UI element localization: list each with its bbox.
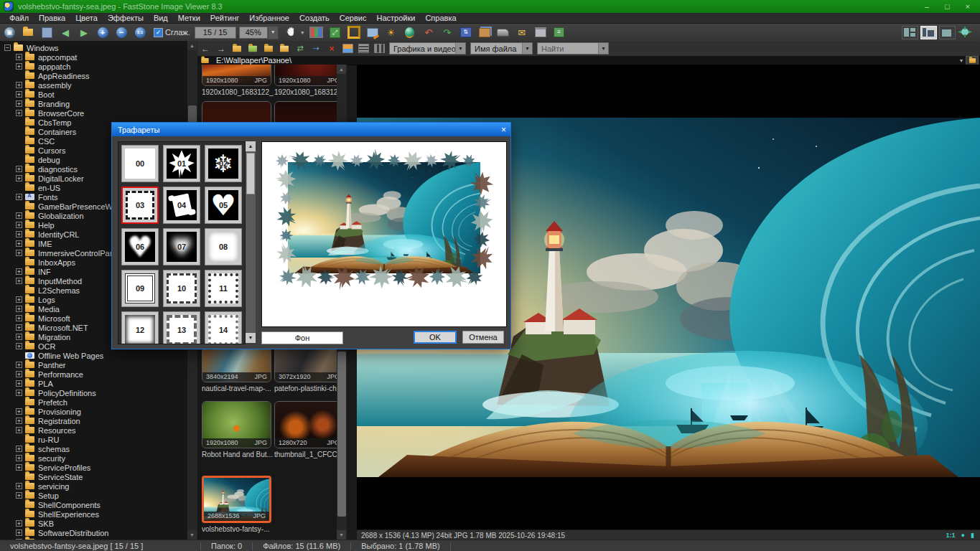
view-list-icon[interactable] bbox=[356, 43, 370, 55]
expand-icon[interactable]: + bbox=[16, 464, 22, 471]
forward-icon[interactable]: → bbox=[214, 43, 228, 55]
dialog-close-icon[interactable]: × bbox=[501, 125, 506, 135]
expand-icon[interactable]: + bbox=[16, 296, 22, 303]
tree-item-windows[interactable]: −Windows bbox=[4, 43, 186, 52]
print-icon[interactable] bbox=[533, 26, 549, 39]
tree-item-resources[interactable]: +Resources bbox=[4, 425, 186, 435]
hand-dropdown-arrow[interactable]: ▼ bbox=[300, 30, 305, 35]
color-dot-icon[interactable]: ● bbox=[961, 532, 965, 539]
expand-icon[interactable]: + bbox=[16, 334, 22, 340]
stencil-scrollbar[interactable]: ▲ ▼ bbox=[246, 141, 256, 343]
thumbs-scroll-thumb[interactable] bbox=[337, 352, 346, 517]
resize-icon[interactable]: ⤢ bbox=[327, 26, 343, 39]
expand-icon[interactable]: + bbox=[16, 390, 22, 396]
close-button[interactable]: × bbox=[966, 2, 970, 11]
brightness-icon[interactable]: ☀ bbox=[383, 26, 399, 39]
stencil-tile-03[interactable]: 03 bbox=[121, 187, 159, 224]
zoom-in-icon[interactable]: + bbox=[95, 26, 111, 39]
compare-icon[interactable]: ⇅ bbox=[458, 26, 474, 39]
thumbnail-thumbnail-1-cfcc4-[interactable]: 1280x720JPG bbox=[274, 401, 344, 448]
next-image-icon[interactable]: ▶ bbox=[76, 26, 92, 39]
stencil-tile-11[interactable]: 11 bbox=[205, 270, 242, 307]
menu-item-настройки[interactable]: Настройки bbox=[371, 14, 420, 22]
menu-item-правка[interactable]: Правка bbox=[34, 14, 70, 22]
menu-item-эффекты[interactable]: Эффекты bbox=[103, 14, 149, 22]
stencil-tile-14[interactable]: 14 bbox=[205, 311, 242, 344]
expand-icon[interactable]: + bbox=[16, 54, 22, 60]
stencil-tile-06[interactable]: ♥06 bbox=[121, 228, 159, 265]
view-thumbnails-icon[interactable] bbox=[340, 43, 355, 55]
tree-item-shellexperiences[interactable]: ShellExperiences bbox=[4, 509, 186, 519]
expand-icon[interactable]: + bbox=[16, 63, 22, 70]
tree-item-schemas[interactable]: +schemas bbox=[4, 444, 186, 453]
copy-to-icon[interactable]: ⇄ bbox=[293, 43, 307, 55]
thumbs-scroll-down-icon[interactable]: ▼ bbox=[337, 530, 346, 540]
rotate-right-icon[interactable]: ↷ bbox=[439, 26, 455, 39]
browse-folder-button[interactable] bbox=[966, 56, 979, 65]
tree-scroll-up-icon[interactable]: ▲ bbox=[187, 41, 197, 50]
maximize-button[interactable]: □ bbox=[945, 2, 950, 11]
background-button[interactable]: Фон bbox=[261, 331, 343, 344]
colors-icon[interactable] bbox=[402, 26, 418, 39]
tree-item-servicestate[interactable]: ServiceState bbox=[4, 472, 186, 481]
menu-item-файл[interactable]: Файл bbox=[4, 14, 34, 22]
tree-item-browsercore[interactable]: +BrowserCore bbox=[4, 108, 186, 118]
scan-icon[interactable] bbox=[495, 26, 511, 39]
tree-item-registration[interactable]: +Registration bbox=[4, 416, 186, 425]
zoom-out-icon[interactable]: − bbox=[113, 26, 129, 39]
combo-arrow-icon[interactable]: ▼ bbox=[522, 43, 532, 54]
expand-icon[interactable]: + bbox=[16, 250, 22, 256]
tree-item-assembly[interactable]: +assembly bbox=[4, 80, 186, 90]
expand-icon[interactable]: + bbox=[16, 306, 22, 312]
expand-icon[interactable]: + bbox=[16, 446, 22, 452]
smoothing-checkbox[interactable]: ✓ Сглаж. bbox=[154, 26, 190, 39]
tree-item-ru-ru[interactable]: ru-RU bbox=[4, 435, 186, 444]
combo-arrow-icon[interactable]: ▼ bbox=[455, 43, 465, 54]
stencil-tile-00[interactable]: 00 bbox=[121, 145, 159, 182]
layout-browser-icon[interactable] bbox=[902, 26, 918, 39]
thumbnail-1920x1080-1683124-[interactable]: 1920x1080JPG bbox=[274, 65, 344, 86]
crop-icon[interactable] bbox=[346, 26, 362, 39]
menu-item-вид[interactable]: Вид bbox=[149, 14, 173, 22]
expand-icon[interactable]: + bbox=[16, 492, 22, 499]
delete-icon[interactable]: × bbox=[325, 43, 339, 55]
window-mode-icon[interactable]: ▮ bbox=[971, 532, 974, 539]
expand-icon[interactable]: + bbox=[16, 240, 22, 247]
menu-item-цвета[interactable]: Цвета bbox=[70, 14, 103, 22]
search-combo[interactable]: Найти▼ bbox=[537, 42, 609, 55]
minimize-button[interactable]: – bbox=[925, 2, 929, 11]
stencil-tile-04[interactable]: 04 bbox=[163, 187, 200, 224]
menu-item-избранное[interactable]: Избранное bbox=[244, 14, 294, 22]
tree-item-apppatch[interactable]: +apppatch bbox=[4, 62, 186, 71]
fullscreen-icon[interactable] bbox=[958, 26, 973, 38]
back-icon[interactable]: ← bbox=[198, 43, 213, 55]
tree-item-appcompat[interactable]: +appcompat bbox=[4, 52, 186, 62]
expand-icon[interactable]: + bbox=[16, 268, 22, 275]
zoom-dropdown-button[interactable]: ▼ bbox=[268, 26, 279, 39]
expand-icon[interactable]: + bbox=[16, 231, 22, 237]
external-programs-icon[interactable]: ≡ bbox=[551, 26, 567, 39]
expand-icon[interactable]: + bbox=[16, 408, 22, 415]
expand-icon[interactable]: + bbox=[16, 343, 22, 349]
tree-item-offline-web-pages[interactable]: Offline Web Pages bbox=[4, 351, 186, 360]
expand-icon[interactable]: + bbox=[16, 380, 22, 387]
tree-item-pla[interactable]: +PLA bbox=[4, 379, 186, 388]
tree-item-skb[interactable]: +SKB bbox=[4, 519, 186, 528]
browse-images-icon[interactable]: ▣ bbox=[1, 26, 17, 39]
expand-icon[interactable]: + bbox=[16, 324, 22, 331]
tree-item-prefetch[interactable]: Prefetch bbox=[4, 397, 186, 407]
expand-icon[interactable]: + bbox=[16, 529, 22, 536]
tree-item-security[interactable]: +security bbox=[4, 453, 186, 463]
stencil-tile-02[interactable]: ❄02 bbox=[205, 145, 242, 182]
expand-icon[interactable]: + bbox=[16, 166, 22, 172]
tree-item-panther[interactable]: +Panther bbox=[4, 360, 186, 369]
tree-item-softwaredistribution[interactable]: +SoftwareDistribution bbox=[4, 528, 186, 537]
file-filter-combo[interactable]: Графика и видео▼ bbox=[389, 42, 466, 55]
tree-item-policydefinitions[interactable]: +PolicyDefinitions bbox=[4, 388, 186, 397]
menu-item-метки[interactable]: Метки bbox=[173, 14, 205, 22]
layout-fullwindow-icon[interactable] bbox=[939, 26, 956, 39]
dialog-title-bar[interactable]: Трафареты × bbox=[112, 123, 510, 136]
tree-item-setup[interactable]: +Setup bbox=[4, 491, 186, 500]
move-to-icon[interactable]: ⇢ bbox=[309, 43, 323, 55]
menu-item-рейтинг[interactable]: Рейтинг bbox=[205, 14, 244, 22]
